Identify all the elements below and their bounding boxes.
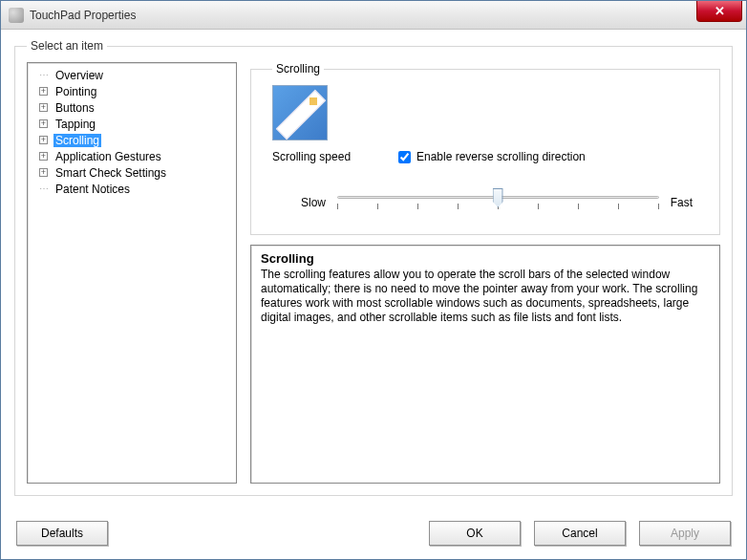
tree-label: Patent Notices (53, 183, 132, 196)
description-title: Scrolling (261, 251, 710, 266)
tree-item-patent[interactable]: ⋯ Patent Notices (30, 181, 234, 197)
tree-label: Scrolling (53, 134, 101, 147)
tree-label: Application Gestures (53, 150, 163, 163)
tree-label: Buttons (53, 101, 96, 115)
scrolling-speed-slider[interactable] (337, 188, 659, 217)
ok-button[interactable]: OK (429, 521, 521, 546)
description-panel: Scrolling The scrolling features allow y… (250, 245, 720, 484)
close-icon: ✕ (715, 5, 725, 17)
slider-fast-label: Fast (671, 196, 693, 209)
tree-item-smartcheck[interactable]: + Smart Check Settings (30, 164, 234, 181)
expand-icon[interactable]: + (39, 103, 48, 112)
dialog-buttons: Defaults OK Cancel Apply (14, 521, 733, 546)
select-item-legend: Select an item (27, 39, 107, 53)
slider-slow-label: Slow (301, 196, 326, 209)
tree-item-buttons[interactable]: + Buttons (30, 99, 234, 116)
tree-connector-icon: ⋯ (39, 70, 53, 80)
expand-icon[interactable]: + (39, 136, 48, 144)
tree-label: Pointing (53, 85, 98, 98)
titlebar: TouchPad Properties ✕ (1, 1, 746, 30)
tree-item-tapping[interactable]: + Tapping (30, 116, 234, 132)
tree-label: Overview (53, 69, 105, 82)
cancel-button[interactable]: Cancel (534, 521, 626, 546)
content-area: Select an item ⋯ Overview + Pointing + B… (14, 39, 733, 546)
tree-item-scrolling[interactable]: + Scrolling (30, 132, 234, 148)
tree-item-pointing[interactable]: + Pointing (30, 83, 234, 99)
tree-label: Tapping (53, 118, 97, 131)
scrolling-group: Scrolling Scrolling speed Enable reverse… (250, 62, 720, 235)
scrolling-speed-label: Scrolling speed (272, 150, 387, 163)
expand-icon[interactable]: + (39, 168, 48, 177)
tree-item-gestures[interactable]: + Application Gestures (30, 148, 234, 164)
tree-connector-icon: ⋯ (39, 183, 53, 194)
apply-button: Apply (639, 521, 731, 546)
expand-icon[interactable]: + (39, 152, 48, 161)
close-button[interactable]: ✕ (696, 1, 742, 22)
expand-icon[interactable]: + (39, 87, 48, 96)
scrolling-icon (272, 85, 328, 140)
defaults-button[interactable]: Defaults (16, 521, 108, 546)
scrolling-legend: Scrolling (272, 62, 324, 75)
window-title: TouchPad Properties (30, 9, 136, 22)
reverse-scrolling-checkbox[interactable]: Enable reverse scrolling direction (398, 150, 586, 163)
reverse-scrolling-input[interactable] (398, 151, 411, 163)
window: TouchPad Properties ✕ Select an item ⋯ O… (0, 0, 747, 560)
tree-item-overview[interactable]: ⋯ Overview (30, 67, 234, 83)
description-body: The scrolling features allow you to oper… (261, 268, 710, 325)
reverse-scrolling-label: Enable reverse scrolling direction (416, 150, 586, 163)
tree-view[interactable]: ⋯ Overview + Pointing + Buttons + Tappin… (27, 62, 237, 484)
expand-icon[interactable]: + (39, 119, 48, 128)
tree-label: Smart Check Settings (53, 166, 168, 180)
app-icon (9, 8, 24, 23)
select-item-group: Select an item ⋯ Overview + Pointing + B… (14, 39, 733, 496)
